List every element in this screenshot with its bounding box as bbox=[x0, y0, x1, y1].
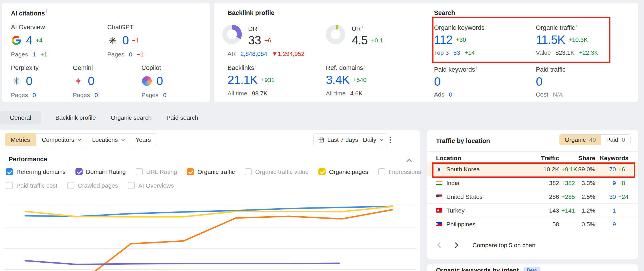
ref-domains-value[interactable]: 3.4K bbox=[326, 74, 349, 86]
granularity-dropdown[interactable]: Daily bbox=[358, 133, 387, 146]
next-page-chevron-icon[interactable] bbox=[453, 242, 458, 248]
ar-row: AR 2,848,084 ▼1,294,952 bbox=[227, 50, 305, 57]
performance-chart[interactable] bbox=[0, 196, 420, 271]
info-icon[interactable]: i bbox=[258, 24, 259, 29]
checkbox-domain-rating[interactable]: Domain Rating bbox=[75, 168, 126, 175]
info-icon[interactable]: i bbox=[46, 9, 47, 13]
ai-overview-pages: Pages 1 +1 bbox=[11, 51, 47, 58]
metric-checkbox-row-1: Referring domains Domain Rating URL Rati… bbox=[6, 168, 470, 175]
organic-traffic-delta: +10.3K bbox=[569, 36, 588, 43]
toggle-organic[interactable]: Organic 40 bbox=[559, 135, 601, 145]
chatgpt-value[interactable]: 0 bbox=[122, 34, 129, 46]
checkbox-organic-traffic[interactable]: Organic traffic bbox=[187, 168, 235, 175]
ur-value: 4.5 bbox=[352, 34, 367, 46]
checkbox-url-rating[interactable]: URL Rating bbox=[136, 168, 177, 175]
compare-top-5-link[interactable]: Compare top 5 on chart bbox=[472, 242, 536, 249]
south-korea-flag-icon bbox=[436, 167, 442, 172]
competitors-dropdown[interactable]: Competitors bbox=[36, 133, 86, 146]
info-icon[interactable]: i bbox=[486, 23, 487, 28]
checkbox-ai-overviews[interactable]: AI Overviews bbox=[128, 182, 174, 189]
performance-title: Performance bbox=[9, 156, 47, 163]
copilot-label: Copilot bbox=[141, 64, 166, 72]
checkbox-icon bbox=[128, 182, 135, 189]
table-row-south-korea[interactable]: South Korea 10.2K +9.1K 89.0% 70 +6 bbox=[427, 162, 638, 176]
traffic-type-toggle: Organic 40 Paid 0 bbox=[559, 134, 631, 145]
table-row-philippines[interactable]: Philippines 58 0.5% 9 bbox=[427, 217, 638, 231]
backlinks-label: Backlinksi bbox=[227, 64, 275, 72]
dr-label: DRi bbox=[248, 25, 271, 33]
gemini-value[interactable]: 0 bbox=[88, 75, 94, 87]
chatgpt-label: ChatGPT bbox=[107, 23, 144, 31]
checkbox-crawled-pages[interactable]: Crawled pages bbox=[67, 182, 118, 189]
table-row-united-states[interactable]: United States 286 +285 2.5% 30 +24 bbox=[427, 190, 638, 204]
chatgpt-delta: −1 bbox=[132, 37, 139, 44]
checkbox-referring-domains[interactable]: Referring domains bbox=[6, 168, 66, 175]
perplexity-icon: ✳ bbox=[11, 76, 22, 87]
chevron-down-icon bbox=[380, 138, 383, 141]
locations-dropdown[interactable]: Locations bbox=[86, 133, 130, 146]
ur-delta: +0.1 bbox=[371, 37, 383, 44]
ai-citations-title-text: AI citations bbox=[11, 10, 45, 17]
table-row-turkey[interactable]: Turkey 143 +141 1.2% 1 bbox=[427, 204, 638, 217]
keywords-by-intent-card: Organic keywords by intent Beta bbox=[427, 264, 638, 271]
checkbox-icon bbox=[136, 168, 143, 175]
ur-block: URi 4.5 +0.1 bbox=[326, 25, 383, 46]
checkbox-impressions[interactable]: Impressions bbox=[378, 168, 421, 175]
ai-overview-label: AI Overview bbox=[11, 23, 47, 31]
collapse-chevron-icon[interactable] bbox=[406, 159, 412, 164]
checkbox-icon bbox=[378, 168, 385, 175]
dr-value: 33 bbox=[248, 34, 261, 46]
checkbox-organic-traffic-value[interactable]: Organic traffic value bbox=[245, 168, 309, 175]
performance-card: Metrics Competitors Locations Years Last… bbox=[0, 130, 420, 271]
info-icon[interactable]: i bbox=[255, 63, 256, 68]
backlinks-delta: +931 bbox=[261, 76, 275, 83]
paid-traffic-value[interactable]: 0 bbox=[536, 76, 542, 88]
ai-metric-copilot: Copilot 0 Pages 0 bbox=[141, 64, 166, 99]
checkbox-icon bbox=[245, 168, 252, 175]
checkbox-icon bbox=[187, 168, 194, 175]
table-row-india[interactable]: India 382 +382 3.3% 9 +8 bbox=[427, 176, 638, 190]
organic-traffic-value[interactable]: 11.5K bbox=[536, 34, 565, 46]
ar-value-link[interactable]: 2,848,084 bbox=[240, 50, 267, 57]
divider bbox=[427, 11, 427, 96]
toggle-paid[interactable]: Paid 0 bbox=[601, 135, 630, 145]
paid-traffic-label: Paid traffici bbox=[536, 66, 568, 73]
info-icon[interactable]: i bbox=[362, 24, 363, 29]
checkbox-icon bbox=[75, 168, 83, 175]
previous-page-chevron-icon[interactable] bbox=[437, 242, 443, 248]
ref-domains-alltime: All time 4.6K bbox=[326, 90, 367, 97]
metric-checkbox-row-2: Paid traffic cost Crawled pages AI Overv… bbox=[6, 182, 174, 189]
chevron-down-icon bbox=[121, 138, 125, 141]
checkbox-paid-traffic-cost[interactable]: Paid traffic cost bbox=[6, 182, 57, 189]
organic-keywords-value[interactable]: 112 bbox=[434, 34, 452, 46]
tab-general[interactable]: General bbox=[0, 111, 41, 124]
info-icon[interactable]: i bbox=[476, 65, 477, 70]
tab-paid-search[interactable]: Paid search bbox=[159, 111, 206, 124]
ai-overview-delta: +4 bbox=[36, 37, 42, 44]
metrics-button[interactable]: Metrics bbox=[5, 133, 36, 146]
organic-keywords-block: Organic keywordsi 112 +30 Top 3 53 +14 bbox=[434, 24, 487, 56]
united-states-flag-icon bbox=[436, 195, 442, 199]
perplexity-value[interactable]: 0 bbox=[26, 75, 32, 87]
divider bbox=[0, 149, 420, 149]
info-icon[interactable]: i bbox=[364, 63, 365, 68]
divider bbox=[427, 151, 638, 152]
tab-backlink-profile[interactable]: Backlink profile bbox=[48, 111, 103, 124]
dr-delta: −6 bbox=[264, 37, 271, 44]
info-icon[interactable]: i bbox=[567, 65, 568, 70]
copilot-value[interactable]: 0 bbox=[156, 75, 163, 87]
years-button[interactable]: Years bbox=[130, 133, 157, 146]
tab-organic-search[interactable]: Organic search bbox=[103, 111, 159, 124]
india-flag-icon bbox=[436, 181, 442, 185]
checkbox-organic-pages[interactable]: Organic pages bbox=[318, 168, 368, 175]
ai-overview-value[interactable]: 4 bbox=[26, 34, 32, 46]
info-icon[interactable]: i bbox=[576, 23, 577, 28]
more-options-kebab[interactable] bbox=[386, 134, 394, 146]
ur-label: URi bbox=[352, 25, 383, 33]
gemini-pages: Pages 0 bbox=[73, 92, 98, 99]
location-table-header: Location Traffic Share Keywords bbox=[427, 153, 638, 163]
paid-keywords-value[interactable]: 0 bbox=[434, 76, 440, 88]
backlinks-value[interactable]: 21.1K bbox=[227, 74, 258, 86]
organic-traffic-block: Organic traffici 11.5K +10.3K Value $23.… bbox=[536, 24, 598, 56]
ai-metric-chatgpt: ChatGPT ✳ 0 −1 Pages 0 −1 bbox=[107, 23, 144, 58]
